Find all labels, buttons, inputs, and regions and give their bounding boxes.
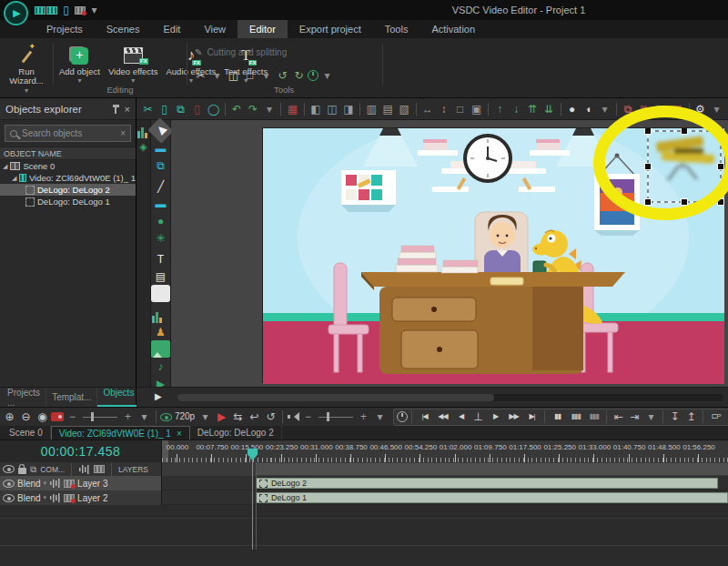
- delete-icon[interactable]: ▯: [189, 101, 205, 117]
- union-shape-icon[interactable]: ●: [564, 101, 580, 117]
- layer-name[interactable]: Layer 3: [77, 479, 107, 489]
- text-tool-icon[interactable]: T: [151, 250, 170, 268]
- redo-caret[interactable]: ▾: [261, 101, 277, 117]
- preview-play-button[interactable]: ▶: [214, 409, 229, 425]
- frame-step-2-icon[interactable]: ▮▮▮: [567, 409, 584, 425]
- waveform-icon[interactable]: [49, 493, 61, 503]
- fast-forward-button[interactable]: ▶▶: [505, 409, 522, 425]
- menu-view[interactable]: View: [192, 20, 238, 38]
- layer-visibility-icon[interactable]: [3, 480, 15, 488]
- film-icon[interactable]: [94, 465, 105, 473]
- cut-caret[interactable]: ▾: [209, 67, 225, 84]
- go-end-button[interactable]: ▶|: [523, 409, 541, 425]
- clear-search-icon[interactable]: [120, 128, 126, 138]
- close-icon[interactable]: [125, 104, 130, 115]
- group-icon[interactable]: ⧉: [621, 101, 636, 117]
- tree-item-scene0[interactable]: ◢ Scene 0: [0, 160, 136, 172]
- crop-caret[interactable]: ▾: [258, 67, 274, 84]
- grid-icon[interactable]: ▦: [653, 101, 669, 117]
- quick-access-caret[interactable]: ▾: [86, 2, 102, 18]
- tooltip-tool-icon[interactable]: [151, 285, 170, 302]
- visibility-icon[interactable]: [3, 465, 15, 473]
- refresh-icon[interactable]: ↺: [263, 409, 278, 425]
- tab-scene0[interactable]: Scene 0: [2, 426, 51, 440]
- subtitles-tool-icon[interactable]: ▤: [151, 268, 170, 285]
- tab-templates[interactable]: Templat...: [46, 388, 97, 407]
- record-icon[interactable]: [51, 412, 64, 421]
- snap-grid-icon[interactable]: ▦: [670, 101, 685, 117]
- blend-mode-select[interactable]: Blend: [17, 479, 41, 489]
- blend-caret-icon[interactable]: ▾: [44, 480, 47, 487]
- preview-canvas[interactable]: [171, 120, 728, 387]
- canvas-horizontal-scrollbar[interactable]: [177, 394, 723, 401]
- film-red-icon[interactable]: [64, 480, 75, 488]
- expand-caret-icon[interactable]: ◢: [12, 175, 16, 182]
- clip-delogo2[interactable]: DeLogo 2: [256, 478, 718, 489]
- volume-caret[interactable]: ▾: [372, 409, 388, 425]
- close-tab-icon[interactable]: [177, 429, 182, 439]
- tab-objects-explorer[interactable]: Objects ...: [97, 388, 140, 407]
- freeshape-tool-icon[interactable]: ✳: [151, 229, 170, 247]
- ungroup-icon[interactable]: ⧉: [637, 101, 652, 117]
- line-tool-icon[interactable]: ╱: [151, 177, 170, 195]
- fit-rect-icon[interactable]: □: [452, 101, 468, 117]
- volume-slider-minus[interactable]: −: [300, 409, 316, 425]
- go-start-button[interactable]: |◀: [416, 409, 433, 425]
- image-tool-icon[interactable]: [151, 340, 170, 358]
- zoom-slider-caret[interactable]: ▾: [136, 409, 152, 425]
- jump-to-end-icon[interactable]: ⇥: [627, 409, 642, 425]
- align-right-icon[interactable]: ◨: [340, 101, 356, 117]
- playback-duration-icon[interactable]: [397, 411, 408, 422]
- recent-projects-icon[interactable]: [75, 6, 86, 15]
- new-project-icon[interactable]: [35, 6, 46, 15]
- tab-video[interactable]: Video: ZCl69dVtW0E (1)_ 1: [51, 426, 190, 440]
- undo-icon[interactable]: ↶: [228, 101, 244, 117]
- volume-slider-plus[interactable]: +: [356, 409, 371, 425]
- save-project-icon[interactable]: ▯: [58, 2, 74, 18]
- video-effects-button[interactable]: Video effects ▾: [106, 43, 161, 87]
- align-left-icon[interactable]: ◧: [308, 101, 323, 117]
- chart-tool-icon[interactable]: [151, 306, 170, 323]
- tree-item-delogo2[interactable]: DeLogo: DeLogo 2: [0, 184, 136, 196]
- timeline-ruler[interactable]: 00.00000:07.75000:15.50000:23.25000:31.0…: [162, 440, 728, 462]
- menu-edit[interactable]: Edit: [151, 20, 192, 38]
- settings-caret[interactable]: ▾: [709, 101, 724, 117]
- tree-item-delogo1[interactable]: DeLogo: DeLogo 1: [0, 196, 136, 207]
- wizard-icon[interactable]: ▦: [285, 101, 300, 117]
- layer-name[interactable]: Layer 2: [77, 493, 107, 503]
- volume-slider[interactable]: [317, 409, 355, 425]
- mark-in-icon[interactable]: ↧: [667, 409, 682, 425]
- animation-tool-icon[interactable]: ♟: [151, 323, 170, 340]
- toolbar-overflow-arrow-icon[interactable]: ▶: [155, 391, 162, 401]
- pause-view-icon[interactable]: ◉: [35, 409, 50, 425]
- tab-projects-explorer[interactable]: Projects ...: [2, 388, 46, 407]
- tree-item-video[interactable]: ◢ Video: ZCl69dVtW0E (1)_ 1: [0, 172, 136, 184]
- volume-icon[interactable]: [287, 411, 299, 422]
- move-up-icon[interactable]: ↑: [492, 101, 508, 117]
- open-project-icon[interactable]: [46, 6, 57, 15]
- stop-button[interactable]: ⊥: [470, 409, 486, 425]
- menu-tools[interactable]: Tools: [373, 20, 420, 38]
- bring-front-icon[interactable]: ⇈: [525, 101, 541, 117]
- subtract-shape-icon[interactable]: ◖: [581, 101, 596, 117]
- send-back-icon[interactable]: ⇊: [541, 101, 557, 117]
- zoom-slider-plus[interactable]: +: [120, 409, 136, 425]
- resolution-select[interactable]: 720p: [173, 409, 197, 425]
- duration-icon[interactable]: [308, 70, 318, 81]
- mark-out-icon[interactable]: ↥: [683, 409, 699, 425]
- expand-caret-icon[interactable]: ◢: [3, 163, 7, 170]
- clip-delogo1[interactable]: DeLogo 1: [256, 492, 728, 503]
- vsdc-logo[interactable]: [4, 1, 28, 25]
- layer-visibility-icon[interactable]: [3, 494, 15, 502]
- waveform-icon[interactable]: [78, 464, 90, 474]
- film-red-icon[interactable]: [64, 494, 75, 502]
- add-object-button[interactable]: Add object ▾: [56, 43, 103, 87]
- timeline-zoom-slider[interactable]: [81, 409, 119, 425]
- timeline-zoom-in-icon[interactable]: ⊕: [2, 409, 17, 425]
- zoom-slider-minus[interactable]: −: [65, 409, 80, 425]
- menu-projects[interactable]: Projects: [35, 20, 95, 38]
- prev-keyframe-icon[interactable]: ⊏P: [707, 409, 724, 425]
- shapes-caret[interactable]: ▾: [597, 101, 612, 117]
- frame-step-3-icon[interactable]: ▮▮▮: [585, 409, 602, 425]
- pause-button[interactable]: ▮▮: [549, 409, 566, 425]
